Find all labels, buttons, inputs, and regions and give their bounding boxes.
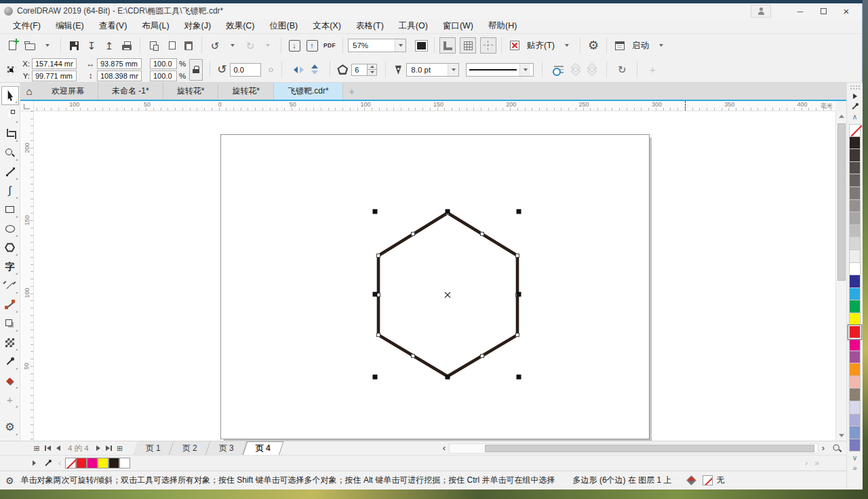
menu-item[interactable]: 帮助(H) (481, 18, 524, 34)
to-front-button[interactable] (567, 61, 583, 79)
freehand-tool[interactable] (1, 162, 19, 181)
rectangle-tool[interactable] (1, 200, 19, 219)
shape-tool[interactable] (1, 105, 19, 124)
color-swatch[interactable] (849, 363, 861, 376)
open-button[interactable] (22, 37, 38, 54)
selection-handle[interactable] (373, 375, 378, 380)
close-button[interactable]: × (835, 5, 858, 18)
horizontal-ruler[interactable]: 10050050100150200250300350400 毫米 (34, 101, 835, 111)
paste-button[interactable] (180, 37, 197, 54)
page-tab[interactable]: 页 4 (245, 441, 281, 456)
crop-tool[interactable] (1, 124, 19, 143)
snap-menu-dropdown[interactable] (559, 37, 575, 54)
document-palette-scroll-right[interactable]: › (805, 458, 808, 468)
export-button[interactable]: ↑ (304, 37, 320, 54)
polygon-sides-spinner[interactable] (368, 64, 377, 76)
transparency-tool[interactable] (1, 333, 19, 352)
lock-ratio-button[interactable] (189, 59, 203, 81)
undo-dropdown[interactable] (224, 37, 241, 54)
document-palette-scroll-left[interactable]: ‹ (58, 458, 61, 468)
maximize-button[interactable] (812, 5, 835, 18)
drawing-canvas[interactable] (34, 111, 835, 441)
polygon-node[interactable] (377, 334, 380, 337)
color-swatch[interactable] (849, 225, 861, 238)
zoom-tool[interactable] (1, 143, 19, 162)
zoom-level-select[interactable]: 57% (348, 39, 406, 52)
spinner-down[interactable] (368, 70, 376, 75)
previous-page-button[interactable] (53, 442, 64, 454)
save-to-cloud-button[interactable]: ↥ (101, 37, 117, 54)
polygon-tool[interactable] (1, 238, 19, 257)
polygon-node[interactable] (377, 254, 380, 258)
polygon-node[interactable] (481, 233, 484, 236)
color-swatch[interactable] (849, 426, 861, 439)
save-button[interactable] (66, 37, 82, 54)
object-width-input[interactable] (97, 58, 142, 69)
cut-button[interactable] (145, 37, 161, 54)
horizontal-scroll-track[interactable] (449, 443, 818, 454)
polygon-node[interactable] (481, 355, 484, 358)
menu-item[interactable]: 效果(C) (218, 18, 262, 34)
new-document-button[interactable] (4, 37, 20, 54)
add-tools-button[interactable]: + (1, 390, 19, 409)
minimize-button[interactable]: ─ (789, 5, 812, 18)
connector-tool[interactable] (1, 295, 19, 314)
palette-grip[interactable] (850, 85, 861, 89)
last-page-button[interactable] (104, 442, 115, 454)
mirror-horizontal-button[interactable] (290, 61, 307, 79)
rotation-angle-input[interactable] (230, 63, 261, 77)
status-gear-icon[interactable]: ⚙ (5, 475, 14, 486)
parallel-dimension-tool[interactable] (1, 276, 19, 295)
convert-to-curves-button[interactable]: ↻ (614, 61, 630, 79)
document-palette-eyedropper-icon[interactable] (43, 459, 52, 468)
color-swatch[interactable] (849, 124, 861, 137)
selection-handle[interactable] (517, 209, 521, 214)
add-property-button[interactable]: + (644, 61, 660, 79)
document-tab[interactable]: 飞镖靶.cdr* (274, 83, 343, 100)
vertical-ruler[interactable]: 20015010050 (20, 111, 34, 441)
ruler-origin-corner[interactable] (20, 101, 34, 111)
palette-scroll-up-button[interactable]: ∧ (852, 113, 857, 121)
selection-handle[interactable] (373, 292, 378, 297)
menu-item[interactable]: 编辑(E) (48, 18, 92, 34)
document-tab[interactable]: 未命名 -1* (98, 83, 163, 100)
menu-item[interactable]: 表格(T) (349, 18, 391, 34)
add-page-before-button[interactable]: ⊞ (31, 442, 42, 454)
color-swatch[interactable] (849, 174, 861, 187)
redo-button[interactable]: ↻ (242, 37, 258, 54)
scroll-down-button[interactable] (836, 431, 847, 441)
palette-expand-button[interactable]: » (852, 464, 856, 472)
add-page-after-button[interactable]: ⊞ (115, 442, 125, 454)
document-color-swatch[interactable] (76, 458, 87, 468)
account-button[interactable] (751, 5, 771, 18)
color-swatch[interactable] (849, 187, 861, 200)
mirror-vertical-button[interactable] (307, 61, 323, 79)
horizontal-scrollbar[interactable]: ‹ › (439, 441, 846, 455)
ellipse-tool[interactable] (1, 219, 19, 238)
color-eyedropper-tool[interactable] (1, 352, 19, 371)
text-tool[interactable]: 字 (1, 257, 19, 276)
menu-item[interactable]: 查看(V) (92, 18, 135, 34)
page-tab[interactable]: 页 3 (208, 441, 245, 456)
document-palette-flyout-icon[interactable] (33, 460, 36, 466)
page-tab[interactable]: 页 1 (135, 441, 172, 456)
import-button[interactable]: ↓ (286, 37, 302, 54)
show-rulers-toggle[interactable] (439, 37, 456, 54)
scroll-left-button[interactable]: ‹ (439, 442, 449, 454)
color-swatch[interactable] (849, 313, 861, 326)
options-button[interactable]: ⚙ (585, 37, 601, 54)
document-color-swatch[interactable] (65, 458, 76, 468)
first-page-button[interactable] (42, 442, 53, 454)
document-tab[interactable]: 欢迎屏幕 (38, 83, 98, 100)
scroll-up-button[interactable] (836, 111, 847, 121)
color-swatch[interactable] (849, 338, 861, 351)
menu-item[interactable]: 工具(O) (391, 18, 435, 34)
menu-item[interactable]: 文本(X) (305, 18, 349, 34)
color-swatch[interactable] (849, 263, 861, 276)
scale-h-input[interactable] (150, 58, 177, 69)
object-height-input[interactable] (97, 71, 142, 81)
welcome-home-button[interactable]: ⌂ (20, 83, 38, 100)
vertical-scroll-thumb[interactable] (837, 123, 846, 281)
polygon-sides-input[interactable] (351, 64, 368, 76)
color-swatch[interactable] (849, 288, 861, 301)
